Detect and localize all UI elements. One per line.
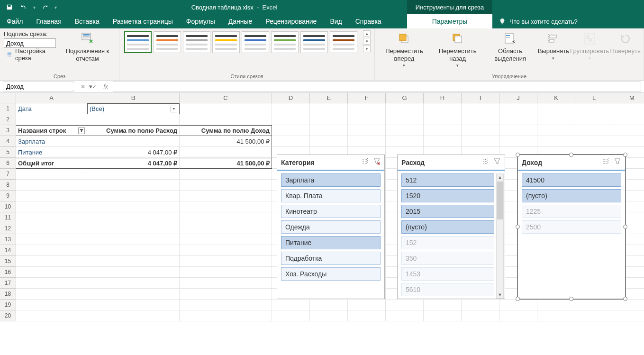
cell[interactable]	[180, 300, 272, 310]
cell[interactable]	[424, 125, 462, 136]
gallery-more-icon[interactable]: ▾	[363, 46, 371, 52]
tab-file[interactable]: Файл	[0, 14, 29, 28]
cell[interactable]	[386, 125, 424, 136]
gallery-down-icon[interactable]: ▼	[363, 38, 371, 45]
cell[interactable]: 41 500,00 ₽	[180, 158, 272, 169]
cell[interactable]	[348, 310, 386, 321]
multi-select-icon[interactable]	[482, 158, 490, 167]
cell[interactable]	[180, 212, 272, 223]
column-header[interactable]: H	[424, 93, 462, 103]
cell[interactable]	[462, 114, 499, 125]
cell[interactable]: Дата	[16, 103, 87, 114]
cell[interactable]	[16, 180, 87, 191]
cell[interactable]	[87, 114, 180, 125]
name-box[interactable]: ▾	[3, 82, 74, 91]
row-header[interactable]: 10	[0, 201, 16, 212]
cell[interactable]	[16, 289, 87, 300]
cell[interactable]	[499, 103, 537, 114]
row-header[interactable]: 4	[0, 136, 16, 147]
fx-icon[interactable]: fx	[100, 82, 111, 92]
gallery-up-icon[interactable]: ▲	[363, 30, 371, 37]
scroll-up-icon[interactable]: ▲	[497, 174, 503, 181]
row-header[interactable]: 15	[0, 256, 16, 267]
cell[interactable]	[310, 136, 348, 147]
slicer-item[interactable]: Одежда	[281, 220, 381, 234]
cell[interactable]	[310, 114, 348, 125]
row-header[interactable]: 18	[0, 289, 16, 300]
slicer-item[interactable]: 41500	[522, 173, 621, 187]
cell[interactable]	[180, 256, 272, 267]
cell[interactable]	[462, 125, 499, 136]
cell[interactable]: 41 500,00 ₽	[180, 136, 272, 147]
scroll-down-icon[interactable]: ▼	[497, 291, 503, 298]
slicer-item[interactable]: (пусто)	[401, 220, 494, 234]
slicer-style-option[interactable]	[183, 31, 210, 53]
row-header[interactable]: 3	[0, 125, 16, 136]
cell[interactable]	[499, 300, 537, 310]
tab-home[interactable]: Главная	[29, 14, 68, 28]
cell[interactable]	[386, 103, 424, 114]
column-header[interactable]: K	[537, 93, 575, 103]
cell[interactable]	[180, 114, 272, 125]
cell[interactable]	[87, 267, 180, 278]
slicer-caption-input[interactable]	[4, 38, 56, 48]
tab-review[interactable]: Рецензирование	[259, 14, 323, 28]
slicer-item[interactable]: Питание	[281, 236, 381, 249]
send-backward-button[interactable]: Переместить назад▾	[434, 30, 482, 69]
cell[interactable]	[87, 256, 180, 267]
cell[interactable]	[462, 310, 499, 321]
column-header[interactable]: F	[348, 93, 386, 103]
row-header[interactable]: 6	[0, 158, 16, 169]
cell[interactable]	[348, 103, 386, 114]
cell[interactable]	[537, 310, 575, 321]
column-header[interactable]: I	[462, 93, 499, 103]
slicer-item[interactable]: Хоз. Расходы	[281, 267, 381, 281]
cell[interactable]	[180, 267, 272, 278]
cell[interactable]	[575, 103, 613, 114]
cell[interactable]	[16, 234, 87, 245]
slicer-style-option[interactable]	[124, 31, 152, 53]
cell[interactable]	[348, 136, 386, 147]
row-header[interactable]: 20	[0, 310, 16, 321]
cell[interactable]	[16, 245, 87, 256]
cell[interactable]	[272, 114, 310, 125]
cell[interactable]	[272, 136, 310, 147]
cell[interactable]	[16, 267, 87, 278]
slicer-item[interactable]: 512	[401, 173, 494, 187]
cell[interactable]	[87, 289, 180, 300]
cell[interactable]	[87, 223, 180, 234]
row-header[interactable]: 13	[0, 234, 16, 245]
slicer-category[interactable]: Категория ЗарплатаКвар. ПлатаКинотеатрОд…	[277, 155, 385, 299]
cell[interactable]	[16, 300, 87, 310]
cell[interactable]	[272, 103, 310, 114]
multi-select-icon[interactable]	[362, 158, 369, 167]
row-header[interactable]: 1	[0, 103, 16, 114]
cell[interactable]	[272, 125, 310, 136]
slicer-style-option[interactable]	[242, 31, 269, 53]
cell[interactable]	[348, 125, 386, 136]
column-header[interactable]: A	[16, 93, 87, 103]
tab-insert[interactable]: Вставка	[68, 14, 106, 28]
slicer-item[interactable]: 1520	[401, 189, 494, 202]
column-header[interactable]: E	[310, 93, 348, 103]
slicer-styles-gallery[interactable]	[123, 30, 358, 54]
enter-formula-icon[interactable]: ✓	[89, 82, 100, 92]
cell[interactable]	[499, 125, 537, 136]
cell[interactable]	[537, 300, 575, 310]
slicer-expense[interactable]: Расход ▲ ▼ 51215202015(пусто)15235014535…	[397, 155, 505, 299]
slicer-item[interactable]: 152	[401, 236, 494, 249]
cell[interactable]	[575, 310, 613, 321]
cell[interactable]	[87, 310, 180, 321]
cell[interactable]	[310, 300, 348, 310]
cell[interactable]	[424, 136, 462, 147]
slicer-scrollbar[interactable]: ▲ ▼	[496, 173, 504, 299]
cell[interactable]	[537, 125, 575, 136]
cell[interactable]	[180, 278, 272, 289]
slicer-item[interactable]: Подработка	[281, 252, 381, 265]
slicer-style-option[interactable]	[212, 31, 240, 53]
slicer-item[interactable]: Квар. Плата	[281, 189, 381, 202]
cell[interactable]: Питание	[16, 147, 87, 158]
column-header[interactable]: J	[499, 93, 537, 103]
save-icon[interactable]	[4, 1, 15, 13]
cell[interactable]	[180, 103, 272, 114]
